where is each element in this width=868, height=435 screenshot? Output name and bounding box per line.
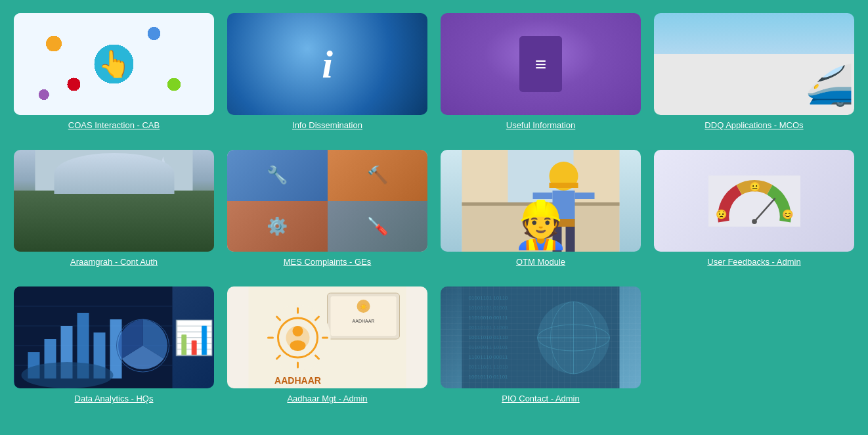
card-info-image bbox=[227, 13, 427, 115]
svg-point-43 bbox=[22, 362, 114, 388]
card-pio[interactable]: 01001101 10110 10100101 01001 11010010 0… bbox=[441, 286, 641, 403]
aadhaar-svg: ☀️ AADHAAR AADHAAR bbox=[227, 286, 427, 388]
svg-rect-65 bbox=[462, 286, 620, 388]
svg-text:11001110 00011: 11001110 00011 bbox=[469, 354, 509, 360]
card-ddq[interactable]: DDQ Applications - MCOs bbox=[654, 13, 854, 130]
svg-rect-19 bbox=[550, 183, 578, 188]
card-ddq-image bbox=[654, 13, 854, 115]
card-useful-image bbox=[441, 13, 641, 115]
card-feedback-image: 😟 😐 😊 bbox=[654, 150, 854, 252]
svg-rect-0 bbox=[35, 150, 193, 252]
svg-marker-4 bbox=[129, 160, 152, 196]
app-grid: 👆 COAS Interaction - CAB Info Disseminat… bbox=[14, 13, 854, 403]
svg-text:11010010 00111: 11010010 00111 bbox=[469, 315, 509, 321]
svg-rect-16 bbox=[462, 150, 508, 202]
svg-rect-25 bbox=[553, 219, 575, 227]
svg-text:AADHAAR: AADHAAR bbox=[353, 319, 375, 323]
svg-rect-14 bbox=[462, 202, 620, 252]
svg-marker-11 bbox=[101, 175, 127, 202]
card-ddq-label[interactable]: DDQ Applications - MCOs bbox=[705, 120, 803, 130]
card-info-label[interactable]: Info Dissemination bbox=[292, 120, 362, 130]
svg-rect-21 bbox=[533, 193, 553, 199]
otm-svg bbox=[441, 150, 641, 252]
analytics-svg bbox=[14, 286, 173, 388]
svg-point-79 bbox=[551, 302, 597, 374]
card-analytics-image bbox=[14, 286, 214, 388]
svg-rect-15 bbox=[462, 202, 620, 206]
svg-point-76 bbox=[538, 325, 610, 351]
svg-rect-1 bbox=[35, 196, 193, 252]
card-coas-image: 👆 bbox=[14, 13, 214, 115]
svg-text:10010110 01101: 10010110 01101 bbox=[469, 374, 509, 380]
card-mes-label[interactable]: MES Complaints - GEs bbox=[284, 257, 372, 267]
mes-collage: 🔧 🔨 ⚙️ 🪛 bbox=[227, 150, 427, 252]
svg-rect-9 bbox=[137, 196, 144, 252]
svg-marker-2 bbox=[78, 156, 98, 196]
card-otm[interactable]: OTM Module bbox=[441, 150, 641, 267]
svg-text:10011010 01110: 10011010 01110 bbox=[469, 334, 509, 340]
card-aadhaar[interactable]: ☀️ AADHAAR AADHAAR bbox=[227, 286, 427, 403]
svg-marker-5 bbox=[58, 163, 78, 196]
svg-text:00111001 11010: 00111001 11010 bbox=[469, 364, 509, 370]
card-pio-image: 01001101 10110 10100101 01001 11010010 0… bbox=[441, 286, 641, 388]
network-icon: 👆 bbox=[98, 49, 131, 80]
card-feedback[interactable]: 😟 😐 😊 User Feedbacks - Admin bbox=[654, 150, 854, 267]
winter-svg bbox=[14, 150, 214, 252]
svg-marker-12 bbox=[129, 179, 152, 202]
card-aadhaar-image: ☀️ AADHAAR AADHAAR bbox=[227, 286, 427, 388]
card-coas[interactable]: 👆 COAS Interaction - CAB bbox=[14, 13, 214, 130]
svg-text:10100101 01001: 10100101 01001 bbox=[469, 305, 509, 311]
svg-marker-10 bbox=[78, 176, 98, 202]
card-otm-label[interactable]: OTM Module bbox=[516, 257, 565, 267]
svg-text:😊: 😊 bbox=[782, 208, 794, 219]
form-icon bbox=[519, 36, 562, 92]
mes-q2: 🔨 bbox=[328, 150, 428, 201]
svg-point-63 bbox=[290, 340, 306, 351]
mes-q3: ⚙️ bbox=[227, 201, 328, 252]
svg-text:☀️: ☀️ bbox=[360, 303, 368, 311]
card-analytics-label[interactable]: Data Analytics - HQs bbox=[75, 394, 154, 403]
svg-rect-8 bbox=[111, 196, 118, 252]
svg-point-62 bbox=[293, 326, 303, 336]
card-info[interactable]: Info Dissemination bbox=[227, 13, 427, 130]
svg-text:00110101 11000: 00110101 11000 bbox=[469, 325, 509, 331]
svg-point-28 bbox=[752, 219, 757, 224]
svg-rect-22 bbox=[575, 193, 595, 199]
svg-text:01001101 10110: 01001101 10110 bbox=[469, 295, 509, 301]
card-mes-image: 🔧 🔨 ⚙️ 🪛 bbox=[227, 150, 427, 252]
card-mes[interactable]: 🔧 🔨 ⚙️ 🪛 MES Complaints - GEs bbox=[227, 150, 427, 267]
card-pio-label[interactable]: PIO Contact - Admin bbox=[502, 394, 580, 403]
svg-text:AADHAAR: AADHAAR bbox=[274, 375, 321, 386]
mes-q1: 🔧 bbox=[227, 150, 328, 201]
card-araamgrah-image bbox=[14, 150, 214, 252]
card-analytics[interactable]: Data Analytics - HQs bbox=[14, 286, 214, 403]
svg-point-75 bbox=[538, 302, 610, 374]
svg-text:😐: 😐 bbox=[749, 181, 760, 192]
card-aadhaar-label[interactable]: Aadhaar Mgt - Admin bbox=[287, 394, 367, 403]
card-otm-image bbox=[441, 150, 641, 252]
pio-svg: 01001101 10110 10100101 01001 11010010 0… bbox=[441, 286, 641, 388]
card-coas-label[interactable]: COAS Interaction - CAB bbox=[68, 120, 160, 130]
svg-rect-24 bbox=[566, 227, 575, 252]
card-useful[interactable]: Useful Information bbox=[441, 13, 641, 130]
gauge-svg: 😟 😐 😊 bbox=[708, 175, 800, 227]
svg-text:01100011 10101: 01100011 10101 bbox=[469, 344, 509, 350]
card-araamgrah[interactable]: Araamgrah - Cont Auth bbox=[14, 150, 214, 267]
card-useful-label[interactable]: Useful Information bbox=[506, 120, 576, 130]
mes-q4: 🪛 bbox=[328, 201, 428, 252]
card-araamgrah-label[interactable]: Araamgrah - Cont Auth bbox=[70, 257, 158, 267]
svg-text:😟: 😟 bbox=[715, 208, 727, 219]
svg-rect-23 bbox=[553, 227, 562, 252]
svg-rect-7 bbox=[85, 196, 91, 252]
svg-marker-3 bbox=[101, 153, 127, 193]
card-feedback-label[interactable]: User Feedbacks - Admin bbox=[707, 257, 800, 267]
